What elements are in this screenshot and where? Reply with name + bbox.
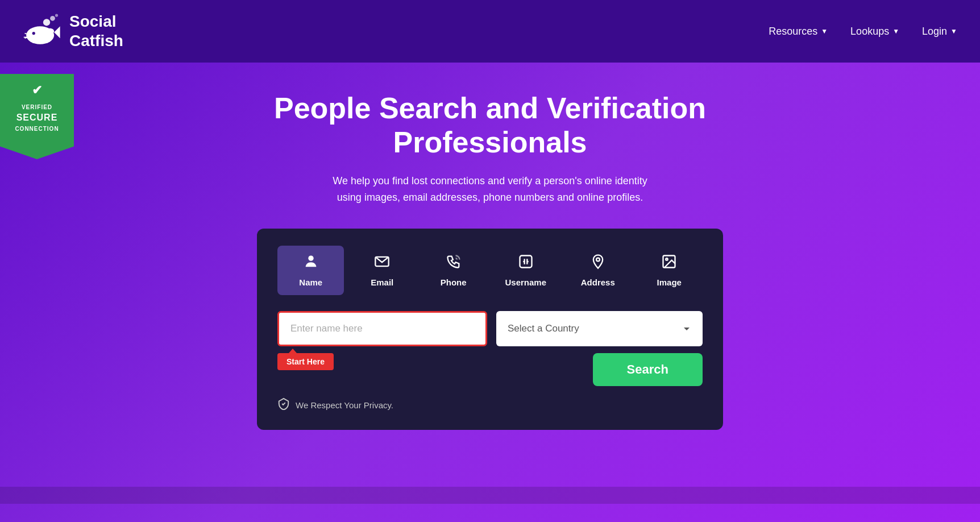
phone-icon [446, 254, 462, 273]
svg-point-9 [55, 14, 58, 16]
shield-icon: ✔ [9, 82, 65, 100]
svg-point-10 [308, 255, 313, 260]
privacy-shield-icon [277, 397, 290, 413]
logo-icon [23, 11, 63, 51]
verified-badge: ✔ VERIFIED SECURE CONNECTION [0, 74, 74, 159]
svg-rect-12 [520, 255, 531, 267]
secure-label: SECURE [16, 113, 58, 122]
privacy-text: We Respect Your Privacy. [296, 400, 393, 410]
svg-point-7 [43, 19, 50, 26]
image-icon [661, 254, 677, 273]
svg-point-8 [50, 16, 55, 21]
username-icon [518, 254, 534, 273]
privacy-note: We Respect Your Privacy. [277, 397, 703, 413]
hero-subtitle: We help you find lost connections and ve… [319, 173, 661, 206]
tab-email-label: Email [371, 277, 393, 287]
chevron-down-icon: ▼ [950, 27, 957, 35]
hero-section: ✔ VERIFIED SECURE CONNECTION People Sear… [0, 63, 980, 464]
logo-area: Social Catfish [23, 11, 123, 51]
svg-point-15 [666, 258, 668, 260]
address-icon [590, 254, 606, 273]
tab-username[interactable]: Username [491, 246, 560, 295]
person-icon [303, 254, 319, 273]
svg-point-13 [596, 258, 600, 261]
chevron-down-icon: ▼ [892, 27, 899, 35]
tab-address[interactable]: Address [564, 246, 631, 295]
search-button[interactable]: Search [593, 353, 703, 386]
connection-label: CONNECTION [15, 126, 59, 132]
tab-address-label: Address [581, 277, 615, 287]
tab-image[interactable]: Image [636, 246, 702, 295]
svg-point-1 [46, 28, 54, 35]
tab-name-label: Name [299, 277, 322, 287]
nav-links: Resources ▼ Lookups ▼ Login ▼ [769, 26, 957, 38]
svg-marker-6 [54, 26, 60, 38]
tab-email[interactable]: Email [348, 246, 415, 295]
verified-label: VERIFIED [22, 104, 52, 110]
svg-point-2 [32, 32, 35, 35]
tab-phone-label: Phone [441, 277, 467, 287]
navbar: Social Catfish Resources ▼ Lookups ▼ Log… [0, 0, 980, 63]
hero-title: People Search and Verification Professio… [234, 91, 746, 159]
name-input[interactable] [277, 311, 487, 346]
start-here-badge: Start Here [277, 353, 334, 370]
brand-name: Social Catfish [69, 12, 123, 50]
chevron-down-icon: ▼ [821, 27, 828, 35]
bottom-strip [0, 487, 980, 504]
tab-image-label: Image [657, 277, 682, 287]
inputs-row: Select a Country United States United Ki… [277, 311, 703, 346]
start-here-container: Start Here [277, 353, 334, 370]
tab-username-label: Username [505, 277, 546, 287]
search-tabs: Name Email [277, 246, 703, 295]
tab-name[interactable]: Name [277, 246, 344, 295]
nav-resources[interactable]: Resources ▼ [769, 26, 828, 38]
email-icon [374, 254, 390, 273]
nav-login[interactable]: Login ▼ [922, 26, 957, 38]
search-card: Name Email [257, 229, 723, 430]
tab-phone[interactable]: Phone [420, 246, 487, 295]
nav-lookups[interactable]: Lookups ▼ [850, 26, 899, 38]
country-select[interactable]: Select a Country United States United Ki… [496, 311, 703, 346]
